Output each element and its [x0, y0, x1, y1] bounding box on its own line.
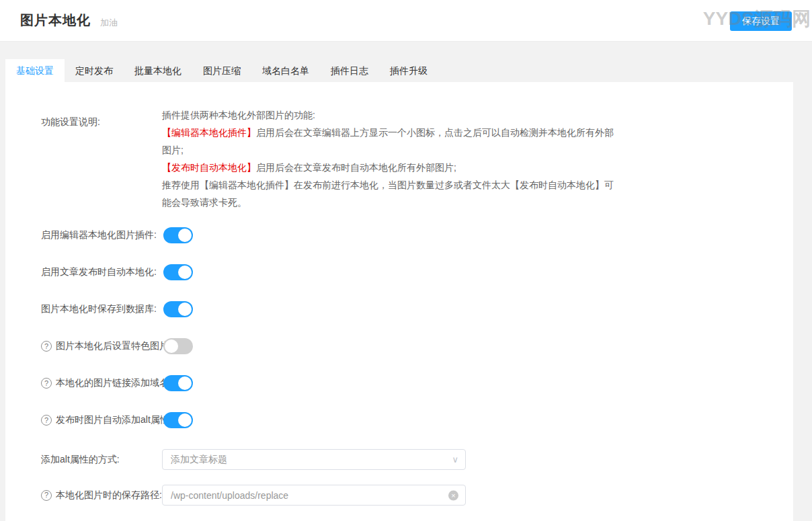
- tab-batch-localize[interactable]: 批量本地化: [124, 59, 192, 82]
- toggle-knob: [165, 339, 178, 353]
- toggle-label: 启用编辑器本地化图片插件:: [41, 229, 157, 241]
- settings-panel: 功能设置说明: 插件提供两种本地化外部图片的功能: 【编辑器本地化插件】启用后会…: [5, 82, 793, 521]
- alt-method-label: 添加alt属性的方式:: [41, 454, 162, 466]
- toggle-knob: [178, 229, 192, 242]
- toggle-enable-auto-localize-on-publish[interactable]: [163, 264, 193, 280]
- row-set-featured-image: ? 图片本地化后设置特色图片:: [41, 338, 793, 354]
- toggle-knob: [178, 376, 192, 390]
- toggle-knob: [178, 266, 192, 279]
- toggle-label: 发布时图片自动添加alt属性:: [56, 414, 172, 426]
- row-auto-add-alt: ? 发布时图片自动添加alt属性:: [41, 412, 793, 428]
- toggle-auto-add-alt-on-publish[interactable]: [163, 412, 193, 428]
- toggle-set-featured-image[interactable]: [163, 338, 193, 354]
- feature-description-row: 功能设置说明: 插件提供两种本地化外部图片的功能: 【编辑器本地化插件】启用后会…: [41, 106, 793, 211]
- tab-scheduled-publish[interactable]: 定时发布: [65, 59, 124, 82]
- save-path-input[interactable]: [171, 490, 445, 501]
- tab-plugin-upgrade[interactable]: 插件升级: [379, 59, 438, 82]
- tabs-wrap: 基础设置 定时发布 批量本地化 图片压缩 域名白名单 插件日志 插件升级 功能设…: [0, 42, 812, 521]
- help-icon[interactable]: ?: [41, 490, 52, 501]
- feature-description-label: 功能设置说明:: [41, 106, 162, 211]
- tab-domain-whitelist[interactable]: 域名白名单: [251, 59, 320, 82]
- toggle-knob: [178, 303, 192, 316]
- tab-image-compress[interactable]: 图片压缩: [192, 59, 251, 82]
- feature-description-text: 插件提供两种本地化外部图片的功能: 【编辑器本地化插件】启用后会在文章编辑器上方…: [162, 106, 618, 211]
- chevron-down-icon: ∨: [452, 454, 458, 464]
- desc-line-2: 【编辑器本地化插件】启用后会在文章编辑器上方显示一个小图标，点击之后可以自动检测…: [162, 124, 618, 159]
- help-icon[interactable]: ?: [41, 415, 52, 426]
- toggle-enable-editor-localize-plugin[interactable]: [163, 227, 193, 243]
- toggle-knob: [178, 413, 192, 427]
- row-save-to-database: 图片本地化时保存到数据库:: [41, 301, 793, 317]
- toggle-label: 启用文章发布时自动本地化:: [41, 266, 157, 278]
- tab-basic-settings[interactable]: 基础设置: [5, 59, 65, 82]
- desc-line-1: 插件提供两种本地化外部图片的功能:: [162, 106, 618, 124]
- alt-method-select[interactable]: 添加文章标题 ∨: [162, 449, 466, 470]
- clear-input-icon[interactable]: ×: [448, 490, 458, 500]
- toggle-label: 本地化的图片链接添加域名:: [56, 377, 171, 389]
- toggle-label: 图片本地化时保存到数据库:: [41, 303, 157, 315]
- desc-line-4: 推荐使用【编辑器本地化插件】在发布前进行本地化，当图片数量过多或者文件太大【发布…: [162, 176, 618, 211]
- save-settings-button[interactable]: 保存设置: [730, 11, 792, 31]
- row-save-path: ? 本地化图片时的保存路径: ×: [41, 485, 793, 506]
- row-enable-editor-localize: 启用编辑器本地化图片插件:: [41, 227, 793, 243]
- tab-plugin-log[interactable]: 插件日志: [320, 59, 379, 82]
- toggle-save-to-database-on-localize[interactable]: [163, 301, 193, 317]
- row-alt-method: 添加alt属性的方式: 添加文章标题 ∨: [41, 449, 793, 470]
- row-add-domain-to-link: ? 本地化的图片链接添加域名:: [41, 375, 793, 391]
- toggle-label: 图片本地化后设置特色图片:: [56, 340, 171, 352]
- page-header: 图片本地化 加油 保存设置 YYDS源码网: [0, 0, 812, 42]
- page-subtitle: 加油: [100, 17, 118, 29]
- page-title: 图片本地化: [20, 11, 91, 30]
- toggle-add-domain-to-image-link[interactable]: [163, 375, 193, 391]
- save-path-field: ×: [162, 485, 466, 506]
- row-auto-localize-on-publish: 启用文章发布时自动本地化:: [41, 264, 793, 280]
- desc-line-3: 【发布时自动本地化】启用后会在文章发布时自动本地化所有外部图片;: [162, 159, 618, 176]
- tab-bar: 基础设置 定时发布 批量本地化 图片压缩 域名白名单 插件日志 插件升级: [0, 59, 812, 82]
- help-icon[interactable]: ?: [41, 341, 52, 352]
- alt-method-selected-value: 添加文章标题: [171, 454, 227, 466]
- help-icon[interactable]: ?: [41, 378, 52, 389]
- save-path-label: ? 本地化图片时的保存路径:: [41, 489, 162, 502]
